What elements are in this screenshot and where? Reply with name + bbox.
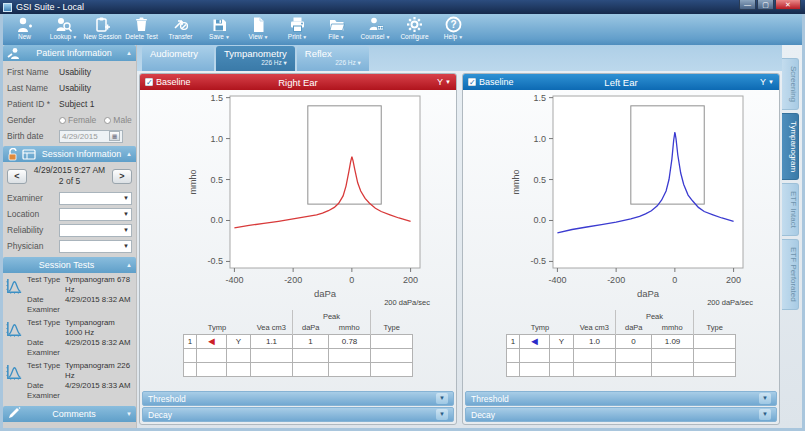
tympanogram-icon xyxy=(5,275,27,315)
field-label: First Name xyxy=(7,67,59,77)
svg-text:-200: -200 xyxy=(607,275,625,285)
toolbar-button-view[interactable]: View▼ xyxy=(239,15,278,45)
tab-reflex[interactable]: Reflex226 Hz ▾ xyxy=(297,46,369,71)
comments-title: Comments xyxy=(22,409,126,419)
test-field-value: Tympanogram 678 Hz xyxy=(65,275,134,295)
session-information-header[interactable]: Session Information ▲ xyxy=(3,146,136,162)
chevron-down-icon: ▼ xyxy=(340,34,345,40)
patient-information-header[interactable]: Patient Information ▲ xyxy=(3,45,136,61)
male-radio[interactable]: Male xyxy=(104,115,131,125)
rail-tab-etf-perforated[interactable]: ETF Perforated xyxy=(782,239,799,310)
session-combos: Examiner▼Location▼Reliability▼Physician▼ xyxy=(3,190,136,254)
collapse-icon[interactable]: ▲ xyxy=(126,50,132,56)
location-dropdown[interactable]: ▼ xyxy=(59,208,132,221)
table-row[interactable] xyxy=(507,362,736,376)
svg-text:0: 0 xyxy=(672,275,677,285)
gender-label: Gender xyxy=(7,115,59,125)
toolbar-button-label: Counsel▼ xyxy=(361,33,391,40)
svg-text:1.5: 1.5 xyxy=(210,93,223,103)
collapse-icon[interactable]: ▲ xyxy=(126,262,132,268)
help-icon: ? xyxy=(445,16,462,33)
field-label: Last Name xyxy=(7,83,59,93)
counsel-person-icon xyxy=(367,16,384,33)
toolbar-button-save[interactable]: Save▼ xyxy=(200,15,239,45)
ear-title: Right Ear xyxy=(140,77,456,88)
last-name-value[interactable]: Usability xyxy=(59,83,91,93)
toolbar-button-counsel[interactable]: Counsel▼ xyxy=(356,15,395,45)
table-row[interactable] xyxy=(184,362,413,376)
test-field-label: Test Type xyxy=(27,275,65,295)
female-radio[interactable]: Female xyxy=(59,115,96,125)
rail-tab-tympanogram[interactable]: Tympanogram xyxy=(782,113,799,180)
minimize-button[interactable]: — xyxy=(739,0,756,10)
birth-date-input[interactable]: 4/29/2015 ▦ xyxy=(59,130,123,143)
maximize-button[interactable]: ▢ xyxy=(757,0,774,10)
y-axis-menu[interactable]: Y▼ xyxy=(760,77,774,87)
toolbar-button-delete-test[interactable]: Delete Test xyxy=(122,15,161,45)
toolbar-button-help[interactable]: ?Help▼ xyxy=(434,15,473,45)
toolbar-button-file[interactable]: File▼ xyxy=(317,15,356,45)
first-name-value[interactable]: Usability xyxy=(59,67,91,77)
threshold-bar[interactable]: Threshold▼ xyxy=(142,391,454,406)
toolbar-button-new[interactable]: New xyxy=(5,15,44,45)
toolbar-button-label: New xyxy=(18,33,31,40)
toolbar-button-transfer[interactable]: Transfer xyxy=(161,15,200,45)
ear-arrow-icon: ◄ xyxy=(520,334,550,348)
collapse-icon[interactable]: ▼ xyxy=(126,411,132,417)
tab-frequency-selector[interactable]: 226 Hz ▾ xyxy=(224,59,287,67)
svg-text:-200: -200 xyxy=(284,275,302,285)
y-axis-menu[interactable]: Y▼ xyxy=(437,77,451,87)
col-header-mmho: mmho xyxy=(329,322,371,334)
col-header-tymp: Tymp xyxy=(507,322,574,334)
physician-dropdown[interactable]: ▼ xyxy=(59,240,132,253)
right-ear-panel: Right Ear✓BaselineY▼-0.50.00.51.01.5-400… xyxy=(139,73,457,425)
birth-date-label: Birth date xyxy=(7,131,59,141)
sweep-rate-label: 200 daPa/sec xyxy=(463,298,779,309)
table-row[interactable]: 1◄Y1.110.78 xyxy=(184,334,413,348)
chevron-down-icon: ▼ xyxy=(123,227,129,233)
session-test-item[interactable]: Test TypeTympanogram 678 HzDate4/29/2015… xyxy=(5,275,134,315)
chevron-down-icon: ▼ xyxy=(759,409,771,420)
session-test-item[interactable]: Test TypeTympanogram 1000 HzDate4/29/201… xyxy=(5,318,134,358)
table-row[interactable] xyxy=(184,348,413,362)
toolbar-button-print[interactable]: Print▼ xyxy=(278,15,317,45)
rail-tab-etf-intact[interactable]: ETF Intact xyxy=(782,183,799,236)
threshold-bar[interactable]: Threshold▼ xyxy=(465,391,777,406)
col-header-mmho: mmho xyxy=(652,322,694,334)
sweep-rate-label: 200 daPa/sec xyxy=(140,298,456,309)
table-row[interactable] xyxy=(507,348,736,362)
toolbar-button-lookup[interactable]: Lookup▼ xyxy=(44,15,83,45)
reliability-dropdown[interactable]: ▼ xyxy=(59,224,132,237)
test-field-value: Tympanogram 1000 Hz xyxy=(65,318,134,338)
rail-tab-screening[interactable]: Screening xyxy=(782,58,799,110)
close-button[interactable]: ✕ xyxy=(775,0,801,10)
tab-frequency-selector[interactable]: 226 Hz ▾ xyxy=(305,59,361,67)
decay-bar[interactable]: Decay▼ xyxy=(142,407,454,422)
session-tests-header[interactable]: Session Tests ▲ xyxy=(3,257,136,273)
session-position: 2 of 5 xyxy=(59,176,80,186)
chevron-down-icon: ▼ xyxy=(768,79,774,85)
toolbar-button-new-session[interactable]: New Session xyxy=(83,15,122,45)
tab-audiometry[interactable]: Audiometry xyxy=(142,46,214,71)
previous-session-button[interactable]: < xyxy=(7,169,27,184)
calendar-icon[interactable]: ▦ xyxy=(109,131,120,141)
session-test-item[interactable]: Test TypeTympanogram 226 HzDate4/29/2015… xyxy=(5,361,134,401)
tab-tympanometry[interactable]: Tympanometry226 Hz ▾ xyxy=(216,46,295,71)
toolbar-button-configure[interactable]: Configure xyxy=(395,15,434,45)
ear-panel-header: Left Ear✓BaselineY▼ xyxy=(463,74,779,90)
toolbar-button-label: New Session xyxy=(84,33,122,40)
table-row[interactable]: 1◄Y1.001.09 xyxy=(507,334,736,348)
chevron-down-icon: ▼ xyxy=(225,34,230,40)
comments-header[interactable]: Comments ▼ xyxy=(3,406,136,422)
session-tests-title: Session Tests xyxy=(7,260,126,270)
decay-bar[interactable]: Decay▼ xyxy=(465,407,777,422)
patient-icon xyxy=(7,47,21,60)
chevron-down-icon: ▼ xyxy=(123,243,129,249)
next-session-button[interactable]: > xyxy=(112,169,132,184)
comments-body[interactable] xyxy=(3,422,136,428)
clipboard-add-icon xyxy=(94,16,111,33)
examiner-dropdown[interactable]: ▼ xyxy=(59,192,132,205)
collapse-icon[interactable]: ▲ xyxy=(126,151,132,157)
left_ear_tympanogram-chart: -0.50.00.51.01.5-400-2000200mmhodaPa xyxy=(467,90,775,298)
patient-id-value[interactable]: Subject 1 xyxy=(59,99,94,109)
